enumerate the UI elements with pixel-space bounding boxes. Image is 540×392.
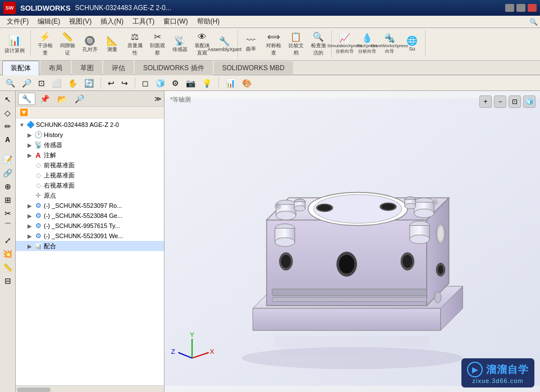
smart-dimension[interactable]: ◇ <box>2 107 14 119</box>
scrollbar-thumb[interactable] <box>17 388 51 392</box>
camera-icon[interactable]: 📷 <box>184 78 198 89</box>
clearance-button[interactable]: 📏 间隙验证 <box>57 30 78 58</box>
tree-item-schunk2[interactable]: ▶ ⚙ (-) _SCHUNK-5523084 Ge... <box>16 211 164 221</box>
schunk4-expander[interactable]: ▶ <box>26 233 34 239</box>
annotations-expander[interactable]: ▶ <box>26 152 34 158</box>
tree-item-schunk4[interactable]: ▶ ⚙ (-) _SCHUNK-5523091 We... <box>16 231 164 241</box>
annotations-icon: A <box>34 151 43 159</box>
assembly-visual-button[interactable]: 👁 装配体直观 <box>191 31 213 58</box>
expand-tree-button[interactable]: ≫ <box>154 95 162 103</box>
root-expander[interactable]: ▼ <box>18 122 26 128</box>
tree-item-schunk1[interactable]: ▶ ⚙ (-) _SCHUNK-5523097 Ro... <box>16 200 164 211</box>
fillet-tool[interactable]: ⌒ <box>2 221 14 233</box>
minimize-button[interactable] <box>505 4 514 12</box>
tree-tab-search[interactable]: 🔎 <box>71 93 88 104</box>
zoom-out-button[interactable]: − <box>494 95 506 108</box>
check-active-button[interactable]: 🔍 检查激活的 <box>308 30 329 58</box>
tab-sw-plugins[interactable]: SOLIDWORKS 插件 <box>135 61 213 75</box>
fit-all-button[interactable]: ⊡ <box>509 95 521 108</box>
pan-icon[interactable]: ✋ <box>66 78 80 89</box>
tree-scrollbar[interactable] <box>16 385 164 392</box>
view-settings-icon[interactable]: ⚙ <box>170 78 181 89</box>
mass-props-button[interactable]: ⚖ 质量属性 <box>124 30 145 58</box>
zoom-in-icon[interactable]: 🔍 <box>3 78 17 89</box>
tree-item-mates[interactable]: ▶ 📊 配合 <box>16 241 164 251</box>
move-tool[interactable]: ⤢ <box>2 234 14 247</box>
sensors-expander[interactable]: ▶ <box>26 142 34 148</box>
tree-item-history[interactable]: ▶ 🕐 History <box>16 130 164 140</box>
schunk2-expander[interactable]: ▶ <box>26 213 34 219</box>
maximize-button[interactable] <box>516 4 525 12</box>
measure-tool[interactable]: 📏 <box>2 261 14 274</box>
simulation-xpress-button[interactable]: 📈 SimulationXpress分析向导 <box>334 30 355 56</box>
su-button[interactable]: 🌐 Su <box>401 30 423 56</box>
menu-file[interactable]: 文件(F) <box>2 16 33 28</box>
tree-tab-properties[interactable]: 📌 <box>36 93 53 104</box>
lights-icon[interactable]: 💡 <box>200 78 214 89</box>
filter-button[interactable]: 🔽 <box>18 108 30 117</box>
pattern-tool[interactable]: ⊞ <box>2 194 14 206</box>
symmetry-check-button[interactable]: ⟺ 对称检查 <box>263 30 284 58</box>
sensor-button[interactable]: 📡 传感器 <box>169 31 190 57</box>
tree-item-annotations[interactable]: ▶ A 注解 <box>16 150 164 160</box>
tree-tab-features[interactable]: 🔧 <box>18 93 35 105</box>
menu-edit[interactable]: 编辑(E) <box>33 16 65 28</box>
zoom-out-icon[interactable]: 🔎 <box>20 78 34 89</box>
tab-sw-mbd[interactable]: SOLIDWORKS MBD <box>214 61 293 74</box>
view-cube[interactable]: + − ⊡ 🧊 <box>479 95 536 108</box>
cut-tool[interactable]: ✂ <box>2 207 14 220</box>
explode-tool[interactable]: 💥 <box>2 248 14 260</box>
window-controls[interactable] <box>505 4 537 12</box>
undo-icon[interactable]: ↩ <box>106 78 117 89</box>
compare-docs-button[interactable]: 📋 比较文档 <box>285 30 306 58</box>
tab-sketch[interactable]: 草图 <box>72 61 102 75</box>
display-mode-icon[interactable]: ◻ <box>140 78 151 89</box>
tree-item-schunk3[interactable]: ▶ ⚙ (-) _SCHUNK-9957615 Ty... <box>16 221 164 231</box>
assembly-xpert-button[interactable]: 🔧 AssemblyXpert <box>214 31 235 57</box>
tree-tab-config[interactable]: 📂 <box>54 93 70 104</box>
menu-view[interactable]: 视图(V) <box>65 16 96 28</box>
tree-item-sensors[interactable]: ▶ 📡 传感器 <box>16 140 164 150</box>
schunk1-expander[interactable]: ▶ <box>26 203 34 209</box>
tree-item-origin[interactable]: ✛ 原点 <box>16 190 164 200</box>
section-display-icon[interactable]: 📊 <box>223 78 237 89</box>
close-button[interactable] <box>528 4 537 12</box>
view-standard-button[interactable]: 🧊 <box>523 95 536 108</box>
redo-icon[interactable]: ↪ <box>119 78 130 89</box>
menu-window[interactable]: 窗口(W) <box>159 16 192 28</box>
view-orient-icon[interactable]: 🧊 <box>153 78 167 89</box>
design-example-button[interactable]: 📊 设计算例 <box>2 30 27 56</box>
zoom-fit-icon[interactable]: ⊡ <box>36 78 47 89</box>
mates-expander[interactable]: ▶ <box>26 243 34 249</box>
tab-evaluate[interactable]: 评估 <box>103 61 134 75</box>
driveworks-button[interactable]: 🔩 DriveWorksXpress向导 <box>379 30 400 56</box>
select-tool[interactable]: ↖ <box>2 93 14 106</box>
schunk3-expander[interactable]: ▶ <box>26 223 34 229</box>
appearance-icon[interactable]: 🎨 <box>240 78 254 89</box>
zoom-in-button[interactable]: + <box>479 95 492 108</box>
section-view-button[interactable]: ✂ 剖面观察 <box>147 30 168 58</box>
menu-tools[interactable]: 工具(T) <box>128 16 159 28</box>
component-tool[interactable]: ⊕ <box>2 180 14 193</box>
zoom-window-icon[interactable]: ⬜ <box>49 78 63 89</box>
mate-tool[interactable]: 🔗 <box>2 167 14 179</box>
rotate-icon[interactable]: 🔄 <box>82 78 96 89</box>
grid-tool[interactable]: ⊟ <box>2 275 14 287</box>
tab-assembly[interactable]: 装配体 <box>2 61 39 75</box>
annotation-tool[interactable]: 📝 <box>2 153 14 166</box>
tree-item-top-plane[interactable]: ◇ 上视基准面 <box>16 170 164 180</box>
tree-root-item[interactable]: ▼ 🔷 SCHUNK-0324483 AGE-Z 2-0 <box>16 120 164 130</box>
tree-item-front-plane[interactable]: ◇ 前视基准面 <box>16 160 164 170</box>
menu-help[interactable]: 帮助(H) <box>193 16 225 28</box>
history-expander[interactable]: ▶ <box>26 132 34 138</box>
measure-button[interactable]: 📐 测量 <box>102 31 123 57</box>
curvature-button[interactable]: 〰 曲率 <box>240 31 262 57</box>
menu-insert[interactable]: 插入(N) <box>96 16 128 28</box>
text-tool[interactable]: A <box>2 134 14 146</box>
interference-button[interactable]: ⚡ 干涉检查 <box>34 30 56 58</box>
tree-item-right-plane[interactable]: ◇ 右视基准面 <box>16 180 164 190</box>
hole-align-button[interactable]: 🔘 孔对齐 <box>79 31 100 57</box>
sketch-tool[interactable]: ✏ <box>2 120 14 133</box>
tab-layout[interactable]: 布局 <box>40 61 71 75</box>
viewport[interactable]: X Y Z + − ⊡ 🧊 *等轴测 ▶ 溜溜自学 zixue.3d66.com <box>164 91 540 392</box>
